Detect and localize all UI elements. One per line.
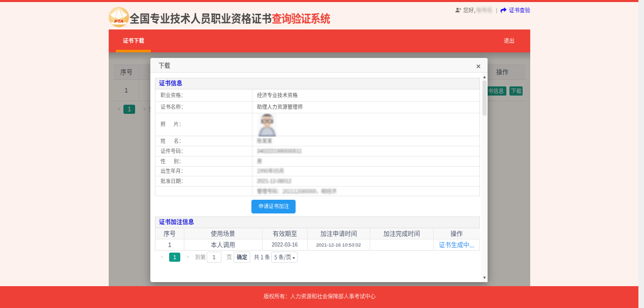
svg-text:PTA: PTA [114, 19, 123, 24]
